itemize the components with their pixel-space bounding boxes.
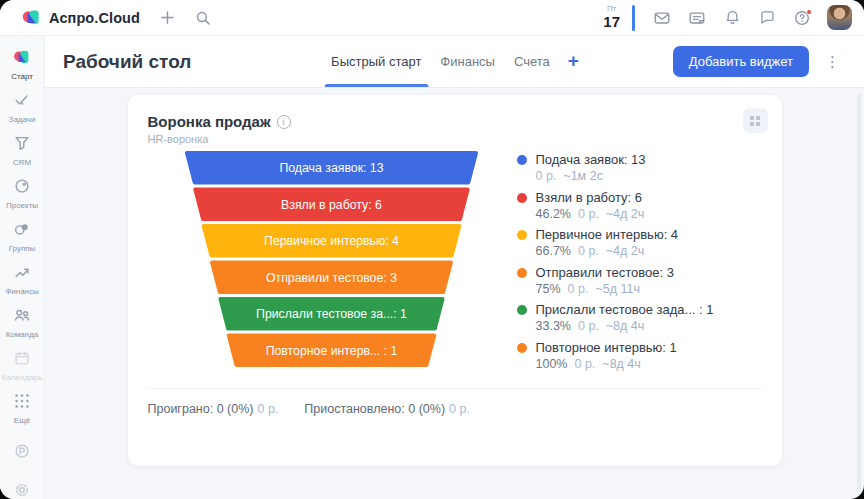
legend-item[interactable]: Взяли в работу: 6 46.2% 0 р. ~4д 2ч bbox=[517, 190, 714, 222]
tab-Счета[interactable]: Счета bbox=[513, 36, 551, 87]
mail-icon bbox=[653, 9, 671, 27]
chat-icon bbox=[759, 9, 776, 26]
legend-dot bbox=[517, 268, 527, 278]
widget-divider bbox=[148, 388, 762, 389]
legend-dot bbox=[517, 230, 527, 240]
legend-title: Первичное интервью: 4 bbox=[536, 227, 679, 243]
legend-amount: 0 р. bbox=[578, 319, 599, 334]
settings-icon[interactable] bbox=[11, 479, 33, 499]
calendar-icon bbox=[13, 349, 31, 371]
note-icon bbox=[688, 9, 706, 27]
search-button[interactable] bbox=[190, 5, 216, 31]
legend-item[interactable]: Первичное интервью: 4 66.7% 0 р. ~4д 2ч bbox=[517, 227, 714, 259]
sidebar-item-Проекты[interactable]: Проекты bbox=[0, 172, 45, 215]
widget-title: Воронка продаж bbox=[148, 113, 271, 130]
kebab-menu-icon[interactable]: ⋮ bbox=[819, 52, 846, 71]
brand-name: Аспро.Cloud bbox=[49, 10, 140, 26]
legend-dot bbox=[517, 343, 527, 353]
brand[interactable]: Аспро.Cloud bbox=[22, 8, 140, 27]
funnel-stage-label: Отправили тестовое: 3 bbox=[266, 271, 397, 285]
chat-button[interactable] bbox=[754, 5, 780, 31]
funnel-stage-label: Первичное интервью: 4 bbox=[264, 234, 399, 248]
projects-icon bbox=[13, 177, 31, 199]
legend-amount: 0 р. bbox=[568, 282, 589, 297]
page-header: Рабочий стол Быстрый стартФинансыСчета+ … bbox=[45, 36, 864, 88]
lost-amount: 0 р. bbox=[257, 402, 278, 416]
add-widget-button[interactable]: Добавить виджет bbox=[673, 46, 809, 77]
dashboard-tabs: Быстрый стартФинансыСчета+ bbox=[330, 36, 579, 87]
sidebar-item-label: Старт bbox=[11, 72, 33, 81]
header-actions: Добавить виджет ⋮ bbox=[673, 46, 846, 77]
tab-Финансы[interactable]: Финансы bbox=[439, 36, 496, 87]
legend-amount: 0 р. bbox=[574, 357, 595, 372]
sidebar-item-Ещё[interactable]: Ещё bbox=[0, 387, 45, 430]
drag-handle-icon[interactable] bbox=[743, 108, 768, 133]
legend-duration: ~8д 4ч bbox=[602, 357, 640, 372]
legend-sub: 33.3% 0 р. ~8д 4ч bbox=[536, 319, 714, 334]
sidebar-item-label: Календарь bbox=[2, 373, 42, 382]
sidebar-item-CRM[interactable]: CRM bbox=[0, 129, 45, 172]
legend-amount: 0 р. bbox=[578, 207, 599, 222]
add-tab-button[interactable]: + bbox=[568, 51, 579, 72]
paused-amount: 0 р. bbox=[449, 402, 470, 416]
legend-duration: ~1м 2с bbox=[563, 169, 603, 184]
mail-button[interactable] bbox=[649, 5, 675, 31]
legend-dot bbox=[517, 305, 527, 315]
app-body: Старт Задачи CRM Проекты Группы Финансы … bbox=[0, 36, 864, 499]
main-area: Рабочий стол Быстрый стартФинансыСчета+ … bbox=[45, 36, 864, 499]
legend-title: Отправили тестовое: 3 bbox=[536, 265, 674, 281]
tab-Быстрый старт[interactable]: Быстрый старт bbox=[330, 36, 422, 87]
notes-button[interactable] bbox=[684, 5, 710, 31]
sidebar-item-label: Группы bbox=[9, 244, 36, 253]
scrollbar[interactable] bbox=[857, 94, 861, 493]
legend-duration: ~8д 4ч bbox=[606, 319, 644, 334]
support-icon[interactable] bbox=[11, 440, 33, 462]
legend-item[interactable]: Подача заявок: 13 0 р. ~1м 2с bbox=[517, 152, 714, 184]
legend-percent: 100% bbox=[536, 357, 568, 372]
legend-item[interactable]: Отправили тестовое: 3 75% 0 р. ~5д 11ч bbox=[517, 265, 714, 297]
legend-title: Взяли в работу: 6 bbox=[536, 190, 645, 206]
calendar-date[interactable]: Пт 17 bbox=[603, 5, 620, 30]
sidebar-item-Календарь[interactable]: Календарь bbox=[0, 344, 45, 387]
notification-badge bbox=[806, 9, 812, 15]
team-icon bbox=[13, 306, 31, 328]
help-button[interactable] bbox=[789, 5, 815, 31]
sidebar-item-label: Финансы bbox=[5, 287, 39, 296]
sidebar-item-Задачи[interactable]: Задачи bbox=[0, 86, 45, 129]
more-grid-icon bbox=[13, 392, 31, 414]
notifications-button[interactable] bbox=[719, 5, 745, 31]
bell-icon bbox=[724, 9, 741, 26]
aspro-logo-icon bbox=[13, 48, 31, 70]
create-button[interactable] bbox=[154, 5, 180, 31]
page-title: Рабочий стол bbox=[63, 51, 191, 73]
date-weekday: Пт bbox=[603, 5, 620, 13]
legend-percent: 75% bbox=[536, 282, 561, 297]
funnel-stage-label: Прислали тестовое за...: 1 bbox=[256, 307, 407, 321]
lost-stat: Проиграно: 0 (0%)0 р. bbox=[148, 402, 279, 416]
legend-title: Прислали тестовое зада... : 1 bbox=[536, 302, 714, 318]
legend-duration: ~4д 2ч bbox=[606, 244, 644, 259]
sidebar-item-Команда[interactable]: Команда bbox=[0, 301, 45, 344]
sidebar-item-Группы[interactable]: Группы bbox=[0, 215, 45, 258]
search-icon bbox=[195, 10, 211, 26]
sidebar-item-Финансы[interactable]: Финансы bbox=[0, 258, 45, 301]
legend-item[interactable]: Прислали тестовое зада... : 1 33.3% 0 р.… bbox=[517, 302, 714, 334]
funnel-legend: Подача заявок: 13 0 р. ~1м 2с Взяли в ра… bbox=[517, 151, 714, 371]
sidebar-item-label: Ещё bbox=[14, 416, 30, 425]
info-icon[interactable]: i bbox=[277, 115, 291, 129]
sidebar-item-label: Проекты bbox=[6, 201, 38, 210]
sales-funnel-widget: Воронка продаж i HR-воронка Подача заяво… bbox=[128, 95, 782, 466]
legend-item[interactable]: Повторное интервью: 1 100% 0 р. ~8д 4ч bbox=[517, 340, 714, 372]
app-window: Аспро.Cloud Пт 17 bbox=[0, 0, 864, 499]
user-avatar[interactable] bbox=[827, 5, 852, 30]
dashboard-content: Воронка продаж i HR-воронка Подача заяво… bbox=[45, 88, 864, 499]
legend-amount: 0 р. bbox=[536, 169, 557, 184]
legend-title: Подача заявок: 13 bbox=[536, 152, 646, 168]
sidebar-item-Старт[interactable]: Старт bbox=[0, 43, 45, 86]
paused-stat: Приостановлено: 0 (0%)0 р. bbox=[304, 402, 470, 416]
funnel-chart: Подача заявок: 13Взяли в работу: 6Первич… bbox=[185, 151, 478, 367]
groups-icon bbox=[13, 220, 31, 242]
lost-label: Проиграно: 0 (0%) bbox=[148, 402, 254, 416]
paused-label: Приостановлено: 0 (0%) bbox=[304, 402, 445, 416]
finance-icon bbox=[13, 263, 31, 285]
